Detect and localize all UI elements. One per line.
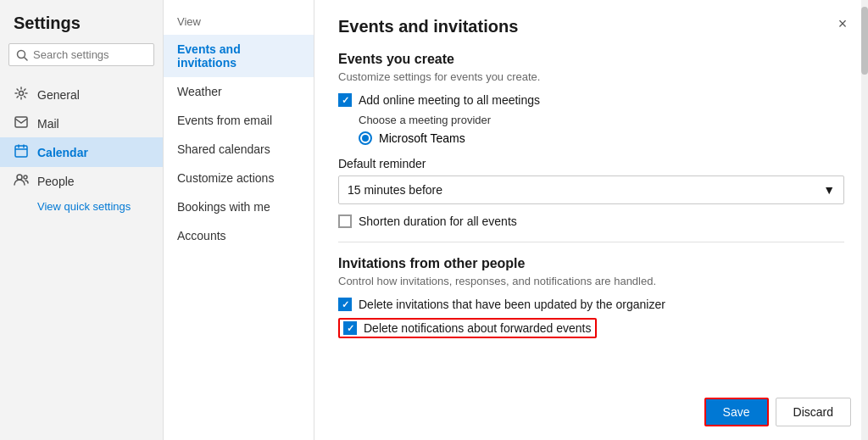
svg-point-8 — [17, 175, 22, 180]
menu-item-customize-actions[interactable]: Customize actions — [164, 164, 314, 192]
menu-item-events-invitations[interactable]: Events and invitations — [164, 35, 314, 77]
sidebar-item-general-label: General — [37, 88, 80, 102]
chevron-down-icon: ▼ — [823, 183, 835, 197]
shorten-duration-checkbox[interactable] — [338, 214, 352, 228]
delete-forwarded-highlight: ✓ Delete notifications about forwarded e… — [338, 318, 597, 338]
scroll-thumb[interactable] — [861, 7, 868, 75]
svg-point-9 — [24, 175, 27, 179]
svg-rect-3 — [15, 117, 27, 127]
provider-indent: Choose a meeting provider Microsoft Team… — [359, 114, 844, 145]
menu-item-events-from-email[interactable]: Events from email — [164, 106, 314, 135]
sidebar-item-general[interactable]: General — [0, 80, 163, 109]
invitations-section-desc: Control how invitations, responses, and … — [338, 275, 844, 287]
gear-icon — [14, 86, 29, 103]
middle-menu: View Events and invitations Weather Even… — [164, 0, 314, 440]
checkmark-icon-2: ✓ — [342, 299, 349, 310]
shorten-duration-label: Shorten duration for all events — [359, 214, 517, 228]
svg-line-1 — [25, 57, 28, 60]
mail-icon — [14, 116, 29, 131]
sidebar-item-people[interactable]: People — [0, 167, 163, 195]
teams-label: Microsoft Teams — [379, 131, 465, 145]
svg-point-2 — [19, 92, 24, 96]
teams-radio[interactable] — [359, 131, 372, 145]
provider-radio-row: Microsoft Teams — [359, 131, 844, 145]
choose-provider-label: Choose a meeting provider — [359, 114, 844, 126]
menu-item-weather[interactable]: Weather — [164, 77, 314, 106]
page-title: Events and invitations — [338, 17, 844, 36]
radio-dot — [362, 135, 369, 142]
close-button[interactable]: × — [831, 12, 854, 36]
view-quick-settings-link[interactable]: View quick settings — [0, 195, 163, 218]
delete-updated-checkbox[interactable]: ✓ — [338, 298, 352, 311]
default-reminder-value: 15 minutes before — [348, 183, 442, 197]
discard-button[interactable]: Discard — [776, 398, 851, 426]
events-section-title: Events you create — [338, 52, 844, 67]
delete-forwarded-row: ✓ Delete notifications about forwarded e… — [338, 318, 844, 338]
sidebar-item-mail-label: Mail — [37, 117, 59, 131]
middle-menu-header: View — [164, 8, 314, 35]
checkmark-icon: ✓ — [342, 95, 349, 106]
footer-buttons: Save Discard — [704, 398, 851, 426]
delete-updated-row: ✓ Delete invitations that have been upda… — [338, 298, 844, 311]
events-section-desc: Customize settings for events you create… — [338, 70, 844, 83]
sidebar-item-calendar-label: Calendar — [37, 146, 88, 159]
sidebar-item-calendar[interactable]: Calendar — [0, 137, 163, 167]
search-icon — [16, 49, 28, 61]
sidebar-item-people-label: People — [37, 175, 75, 188]
add-online-meeting-checkbox[interactable]: ✓ — [338, 93, 352, 107]
section-divider — [338, 242, 844, 242]
settings-dialog: Settings General — [0, 0, 868, 440]
sidebar-nav: General Mail — [0, 80, 163, 195]
people-icon — [14, 174, 29, 188]
invitations-section-title: Invitations from other people — [338, 256, 844, 271]
add-online-meeting-label: Add online meeting to all meetings — [359, 93, 540, 107]
default-reminder-select[interactable]: 15 minutes before ▼ — [338, 175, 844, 204]
delete-updated-label: Delete invitations that have been update… — [359, 298, 665, 311]
add-online-meeting-row: ✓ Add online meeting to all meetings — [338, 93, 844, 107]
svg-rect-4 — [15, 146, 27, 157]
menu-item-bookings-with-me[interactable]: Bookings with me — [164, 192, 314, 221]
search-box[interactable] — [8, 43, 154, 66]
scroll-track[interactable] — [861, 0, 868, 440]
default-reminder-label: Default reminder — [338, 157, 844, 170]
sidebar-title: Settings — [0, 14, 163, 43]
menu-item-shared-calendars[interactable]: Shared calendars — [164, 135, 314, 164]
checkmark-icon-3: ✓ — [347, 323, 354, 334]
save-button[interactable]: Save — [704, 398, 769, 426]
invitations-section: Invitations from other people Control ho… — [338, 256, 844, 338]
main-content: × Events and invitations Events you crea… — [314, 0, 868, 440]
calendar-icon — [14, 144, 29, 160]
search-input[interactable] — [33, 48, 147, 61]
delete-forwarded-checkbox[interactable]: ✓ — [343, 321, 357, 335]
delete-forwarded-label: Delete notifications about forwarded eve… — [364, 321, 592, 335]
menu-item-accounts[interactable]: Accounts — [164, 221, 314, 250]
sidebar-item-mail[interactable]: Mail — [0, 109, 163, 137]
shorten-duration-row: Shorten duration for all events — [338, 214, 844, 228]
sidebar: Settings General — [0, 0, 164, 440]
